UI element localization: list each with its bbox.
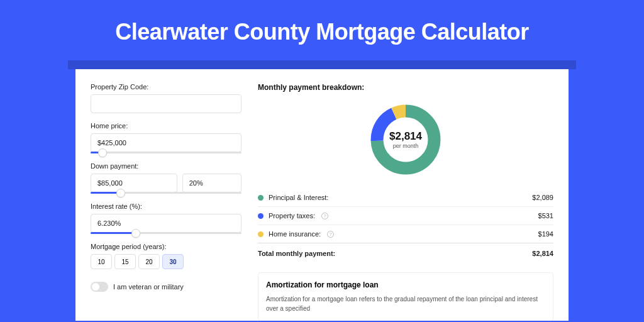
legend-row: Principal & Interest:$2,089 (258, 189, 553, 206)
legend-total-label: Total monthly payment: (258, 250, 335, 257)
legend-row: Property taxes:?$531 (258, 206, 553, 225)
amortization-text: Amortization for a mortgage loan refers … (266, 294, 545, 313)
ribbon (68, 60, 576, 69)
period-btn-10[interactable]: 10 (91, 254, 112, 269)
home-price-label: Home price: (91, 122, 242, 130)
period-options: 10152030 (91, 254, 242, 269)
zip-input[interactable] (91, 94, 242, 113)
rate-slider[interactable] (91, 232, 242, 234)
page-title: Clearwater County Mortgage Calculator (0, 0, 644, 60)
donut-amount: $2,814 (389, 130, 422, 143)
period-btn-15[interactable]: 15 (114, 254, 136, 269)
period-btn-30[interactable]: 30 (162, 254, 184, 269)
down-payment-pct-input[interactable] (182, 174, 242, 192)
donut-sublabel: per month (393, 143, 419, 149)
form-panel: Property Zip Code: Home price: Down paym… (91, 83, 242, 307)
amortization-title: Amortization for mortgage loan (266, 280, 545, 289)
legend-dot (258, 213, 264, 219)
zip-label: Property Zip Code: (91, 83, 242, 91)
down-payment-input[interactable] (91, 174, 177, 192)
down-payment-label: Down payment: (91, 162, 242, 170)
legend-value: $2,089 (532, 194, 553, 201)
legend-value: $194 (538, 230, 553, 238)
home-price-slider[interactable] (91, 152, 242, 153)
rate-input[interactable] (91, 214, 242, 233)
down-payment-slider[interactable] (91, 192, 242, 194)
legend-total-row: Total monthly payment:$2,814 (258, 243, 553, 262)
legend: Principal & Interest:$2,089Property taxe… (258, 189, 553, 262)
period-label: Mortgage period (years): (91, 243, 242, 250)
donut-chart: $2,814 per month (368, 102, 443, 177)
period-btn-20[interactable]: 20 (138, 254, 160, 269)
legend-value: $531 (538, 212, 553, 219)
info-icon[interactable]: ? (327, 231, 334, 238)
legend-label: Home insurance: (269, 230, 321, 238)
info-icon[interactable]: ? (321, 213, 328, 219)
rate-label: Interest rate (%): (91, 203, 242, 210)
breakdown-title: Monthly payment breakdown: (258, 83, 553, 92)
legend-label: Principal & Interest: (269, 194, 328, 201)
legend-total-value: $2,814 (532, 250, 553, 257)
amortization-box: Amortization for mortgage loan Amortizat… (258, 272, 553, 321)
home-price-input[interactable] (91, 133, 242, 152)
legend-row: Home insurance:?$194 (258, 225, 553, 243)
legend-dot (258, 195, 264, 201)
veteran-label: I am veteran or military (113, 283, 184, 291)
veteran-toggle[interactable] (91, 282, 108, 292)
legend-label: Property taxes: (269, 212, 315, 219)
calculator-card: Property Zip Code: Home price: Down paym… (75, 69, 569, 321)
legend-dot (258, 231, 264, 237)
breakdown-panel: Monthly payment breakdown: $2,814 per mo… (258, 83, 553, 307)
